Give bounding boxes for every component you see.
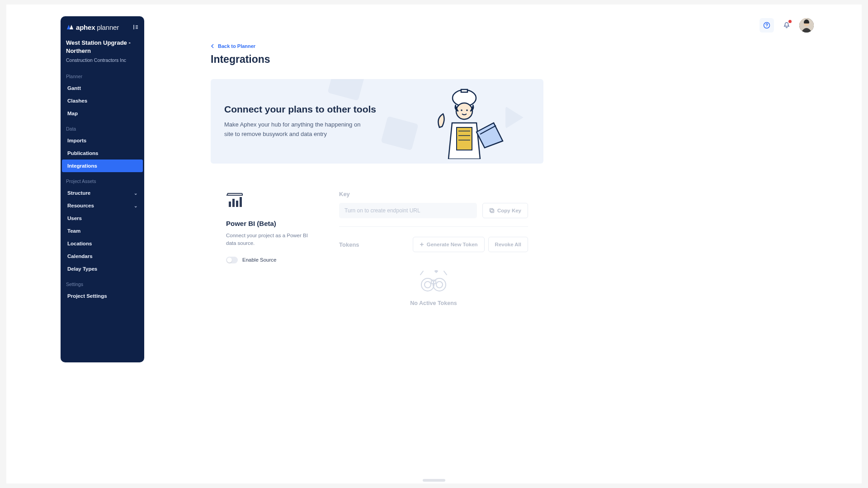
hero-title: Connect your plans to other tools [224, 104, 376, 115]
chevron-down-icon: ⌄ [134, 191, 137, 196]
sidebar-item-team[interactable]: Team [62, 225, 143, 237]
back-to-planner-link[interactable]: Back to Planner [211, 43, 543, 49]
sidebar-item-label: Structure [67, 190, 90, 196]
notifications-button[interactable] [779, 18, 794, 33]
sidebar-item-label: Locations [67, 241, 92, 246]
copy-key-button[interactable]: Copy Key [482, 203, 528, 218]
sidebar-item-label: Publications [67, 150, 98, 156]
logo: aphex planner [66, 23, 119, 31]
svg-rect-17 [491, 210, 494, 213]
revoke-all-label: Revoke All [495, 242, 521, 247]
sidebar-item-clashes[interactable]: Clashes [62, 94, 143, 107]
section-label-planner: Planner [61, 67, 144, 82]
logo-mark-icon [66, 24, 74, 30]
hero-body: Make Aphex your hub for anything the hap… [224, 120, 369, 138]
generate-token-button[interactable]: Generate New Token [413, 237, 485, 252]
section-label-data: Data [61, 120, 144, 134]
enable-source-label: Enable Source [242, 257, 276, 263]
endpoint-url-input[interactable] [339, 203, 477, 218]
sidebar-item-project-settings[interactable]: Project Settings [62, 290, 143, 302]
integration-desc: Connect your project as a Power BI data … [226, 232, 312, 248]
sidebar-item-label: Project Settings [67, 293, 107, 299]
help-button[interactable] [760, 18, 774, 33]
section-label-settings: Settings [61, 275, 144, 290]
svg-point-1 [766, 27, 767, 27]
svg-rect-14 [232, 199, 235, 207]
sidebar-item-integrations[interactable]: Integrations [62, 160, 143, 172]
svg-point-6 [456, 103, 472, 119]
section-label-assets: Project Assets [61, 172, 144, 187]
sidebar-item-resources[interactable]: Resources⌄ [62, 199, 143, 212]
powerbi-icon [226, 191, 312, 211]
tokens-label: Tokens [339, 241, 359, 248]
svg-rect-16 [240, 197, 242, 207]
sidebar: aphex planner West Station Upgrade - Nor… [61, 16, 144, 362]
logo-text: aphex planner [76, 23, 119, 31]
sidebar-item-label: Gantt [67, 85, 81, 91]
sidebar-item-users[interactable]: Users [62, 212, 143, 225]
page-title: Integrations [211, 53, 543, 66]
integration-title: Power BI (Beta) [226, 220, 312, 227]
notification-dot-icon [788, 20, 792, 23]
svg-rect-18 [490, 209, 493, 212]
avatar[interactable] [799, 18, 814, 33]
sidebar-item-structure[interactable]: Structure⌄ [62, 187, 143, 199]
binoculars-icon [418, 270, 449, 295]
divider [339, 226, 528, 227]
enable-source-toggle[interactable] [226, 257, 238, 263]
svg-point-7 [461, 109, 462, 111]
project-subtitle: Construction Contractors Inc [66, 57, 139, 63]
back-link-label: Back to Planner [218, 43, 255, 49]
sidebar-item-calendars[interactable]: Calendars [62, 250, 143, 263]
svg-point-22 [436, 282, 443, 288]
sidebar-item-label: Clashes [67, 98, 87, 103]
svg-rect-5 [461, 89, 467, 92]
top-actions [760, 18, 814, 33]
integration-card-powerbi: Power BI (Beta) Connect your project as … [211, 177, 543, 333]
copy-key-label: Copy Key [497, 208, 521, 213]
chevron-down-icon: ⌄ [134, 203, 137, 208]
project-title: West Station Upgrade - Northern [66, 39, 139, 55]
main-content: Back to Planner Integrations Connect you… [211, 43, 543, 333]
sidebar-item-locations[interactable]: Locations [62, 237, 143, 250]
key-label: Key [339, 191, 528, 197]
sidebar-item-publications[interactable]: Publications [62, 147, 143, 160]
bottom-drag-handle[interactable] [423, 479, 445, 482]
empty-state-text: No Active Tokens [410, 300, 457, 306]
tokens-empty-state: No Active Tokens [339, 266, 528, 315]
sidebar-item-label: Map [67, 111, 78, 116]
sidebar-item-map[interactable]: Map [62, 107, 143, 120]
sidebar-item-label: Integrations [67, 163, 97, 169]
sidebar-item-label: Calendars [67, 253, 93, 259]
sidebar-item-gantt[interactable]: Gantt [62, 82, 143, 94]
sidebar-item-label: Resources [67, 203, 94, 208]
sidebar-item-label: Users [67, 216, 82, 221]
svg-rect-13 [229, 202, 231, 207]
sidebar-item-label: Delay Types [67, 266, 97, 272]
sidebar-item-label: Imports [67, 138, 86, 143]
sidebar-item-label: Team [67, 228, 80, 234]
svg-point-21 [425, 282, 431, 288]
hero-illustration-icon [435, 82, 521, 161]
svg-point-8 [466, 109, 468, 111]
generate-token-label: Generate New Token [427, 242, 478, 247]
revoke-all-button[interactable]: Revoke All [488, 237, 528, 252]
svg-rect-15 [236, 201, 238, 207]
sidebar-item-imports[interactable]: Imports [62, 134, 143, 147]
collapse-sidebar-button[interactable] [131, 23, 140, 32]
sidebar-item-delay-types[interactable]: Delay Types [62, 263, 143, 275]
hero-banner: Connect your plans to other tools Make A… [211, 79, 543, 164]
